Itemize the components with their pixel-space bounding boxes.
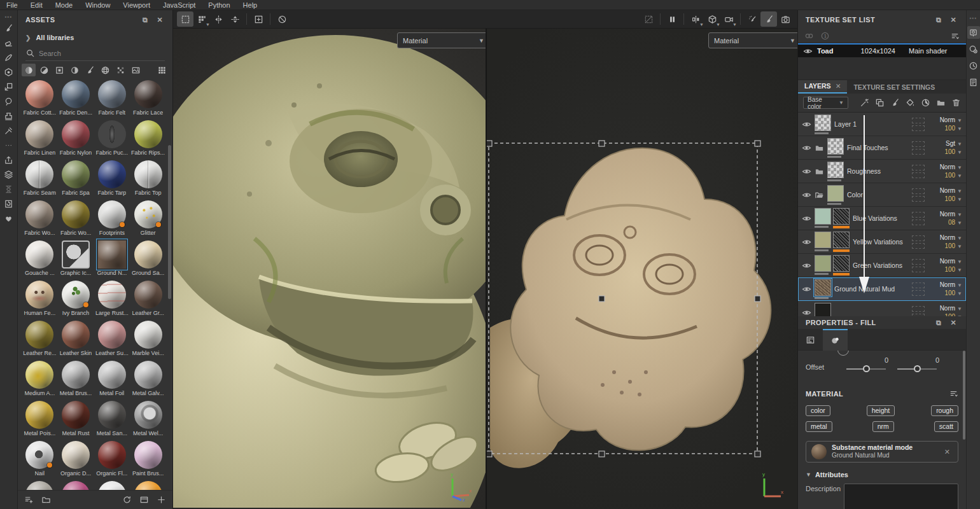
asset-item[interactable]: Fabric Felt — [94, 80, 130, 120]
viewport-2d[interactable]: Material ▼ — [487, 29, 797, 509]
blend-mode-dropdown[interactable]: Norm▼ — [940, 258, 962, 265]
asset-item[interactable]: Fabric Tarp — [94, 160, 130, 200]
visibility-eye-icon[interactable] — [802, 214, 811, 223]
asset-item[interactable] — [22, 481, 58, 490]
blend-mode-dropdown[interactable]: Norm▼ — [940, 281, 962, 288]
blend-mode-dropdown[interactable]: Norm▼ — [940, 187, 962, 194]
asset-item[interactable]: Ivy Branch — [58, 281, 94, 321]
layer-mask-thumbnail[interactable] — [833, 255, 850, 272]
close-panel-icon[interactable]: ✕ — [152, 16, 167, 24]
layer-thumbnail[interactable] — [815, 255, 831, 272]
mirror-vertical-icon[interactable] — [227, 11, 243, 27]
stamp-tool-icon[interactable] — [1, 109, 17, 123]
opacity-dropdown[interactable]: 100▼ — [944, 242, 962, 249]
viewport-layout-icon[interactable]: ▼ — [193, 11, 210, 27]
asset-item[interactable]: Medium A... — [22, 361, 58, 401]
eraser-tool-icon[interactable] — [1, 36, 17, 50]
asset-item[interactable]: Paint Brus... — [130, 441, 166, 481]
layer-thumbnail[interactable] — [827, 162, 844, 178]
particles-brush-icon[interactable] — [744, 11, 760, 27]
materials-filter-icon[interactable] — [22, 64, 36, 76]
asset-item[interactable]: Fabric Lace — [130, 80, 166, 120]
layer-thumbnail[interactable] — [815, 279, 831, 296]
blend-mode-dropdown[interactable]: Norm▼ — [940, 116, 962, 123]
rotation-dial[interactable] — [837, 351, 849, 356]
delete-layer-icon[interactable] — [951, 98, 961, 108]
clone-tool-icon[interactable] — [1, 94, 17, 109]
textures-filter-icon[interactable] — [129, 64, 143, 76]
asset-item[interactable]: Human Fe... — [22, 281, 58, 321]
asset-item[interactable]: Fabric Wo... — [22, 200, 58, 241]
shading-mode-dropdown-2d[interactable]: Material ▼ — [708, 32, 797, 48]
asset-item[interactable]: Fabric Linen — [22, 120, 58, 160]
opacity-dropdown[interactable]: 100▼ — [944, 266, 962, 273]
toolbar-drag-handle-icon[interactable]: ▪▪▪ — [5, 14, 13, 20]
material-stack-icon[interactable] — [1, 167, 17, 182]
library-selector[interactable]: ❯ All libraries — [18, 29, 172, 46]
asset-item[interactable]: Fabric Top — [130, 160, 166, 200]
add-smart-material-icon[interactable] — [875, 98, 885, 108]
search-input[interactable] — [39, 50, 134, 57]
new-list-icon[interactable] — [24, 495, 34, 505]
menu-window[interactable]: Window — [79, 1, 116, 9]
menu-edit[interactable]: Edit — [24, 1, 49, 9]
asset-item[interactable]: Metal San... — [94, 401, 130, 441]
asset-item[interactable]: Fabric Rips... — [130, 120, 166, 160]
lasso-mask-icon[interactable] — [640, 11, 657, 27]
menu-python[interactable]: Python — [202, 1, 236, 9]
pending-operations-icon[interactable] — [1, 182, 17, 197]
visibility-eye-icon[interactable] — [802, 190, 811, 200]
asset-item[interactable]: Gouache ... — [22, 241, 58, 281]
channel-chip-scatt[interactable]: scatt — [934, 421, 958, 432]
tab-parameters[interactable] — [798, 329, 823, 351]
resources-updater-icon[interactable] — [1, 197, 17, 211]
layer-row[interactable]: ColorNorm▼100▼ — [798, 183, 966, 207]
layer-row[interactable]: Green VariationsNorm▼100▼ — [798, 254, 966, 277]
mirror-horizontal-icon[interactable] — [210, 11, 227, 27]
asset-item[interactable]: Organic Fl... — [94, 441, 130, 481]
tab-material[interactable] — [823, 329, 848, 351]
blend-mode-dropdown[interactable]: Norm▼ — [940, 305, 962, 312]
add-effect-icon[interactable] — [860, 98, 869, 108]
filters-filter-icon[interactable] — [67, 64, 81, 76]
layer-thumbnail[interactable] — [815, 232, 831, 248]
asset-item[interactable]: Fabric Nylon — [58, 120, 94, 160]
channel-chip-nrm[interactable]: nrm — [872, 421, 894, 432]
menu-mode[interactable]: Mode — [49, 1, 80, 9]
projection-tool-icon[interactable] — [1, 50, 17, 65]
viewport-3d[interactable]: Material ▼ — [173, 29, 486, 509]
disable-overlay-icon[interactable] — [274, 11, 290, 27]
undock-panel-icon[interactable]: ⧉ — [138, 16, 152, 24]
close-tab-icon[interactable]: ✕ — [836, 82, 841, 90]
layer-row[interactable]: Layer 1Norm▼100▼ — [798, 113, 966, 136]
asset-item[interactable]: Fabric Spa — [58, 160, 94, 200]
offset-slider-1[interactable]: 0 — [846, 362, 886, 372]
asset-item[interactable] — [58, 481, 94, 490]
blend-mode-dropdown[interactable]: Norm▼ — [940, 234, 962, 241]
channel-filter-dropdown[interactable]: Base color▼ — [803, 97, 848, 109]
undock-panel-icon[interactable]: ⧉ — [932, 16, 946, 24]
visibility-eye-icon[interactable] — [802, 120, 811, 129]
smudge-tool-icon[interactable] — [1, 80, 17, 94]
clear-material-icon[interactable]: ✕ — [942, 447, 953, 457]
asset-item[interactable]: Fabric Den... — [58, 80, 94, 120]
channel-chip-height[interactable]: height — [867, 405, 895, 416]
texture-set-row[interactable]: Toad 1024x1024 Main shader — [798, 43, 966, 57]
tab-texture-set-settings[interactable]: TEXTURE SET SETTINGS — [847, 81, 941, 94]
layer-row[interactable]: Yellow VariationsNorm▼100▼ — [798, 230, 966, 254]
new-folder-icon[interactable] — [41, 495, 51, 505]
visibility-eye-icon[interactable] — [802, 237, 811, 247]
history-icon[interactable] — [967, 59, 980, 72]
layer-row[interactable]: RoughnessNorm▼100▼ — [798, 160, 966, 183]
asset-item[interactable]: Fabric Wo... — [58, 200, 94, 241]
add-paint-layer-icon[interactable] — [890, 98, 900, 108]
procedurals-filter-icon[interactable] — [113, 64, 127, 76]
layer-row[interactable]: Norm▼100▼ — [798, 301, 966, 316]
menu-javascript[interactable]: JavaScript — [157, 1, 202, 9]
add-asset-icon[interactable] — [157, 495, 166, 505]
alphas-filter-icon[interactable] — [98, 64, 112, 76]
tab-layers[interactable]: LAYERS✕ — [798, 80, 847, 94]
export-textures-icon[interactable] — [1, 153, 17, 167]
properties-scrollbar[interactable] — [963, 351, 965, 440]
visibility-eye-icon[interactable] — [802, 308, 811, 317]
